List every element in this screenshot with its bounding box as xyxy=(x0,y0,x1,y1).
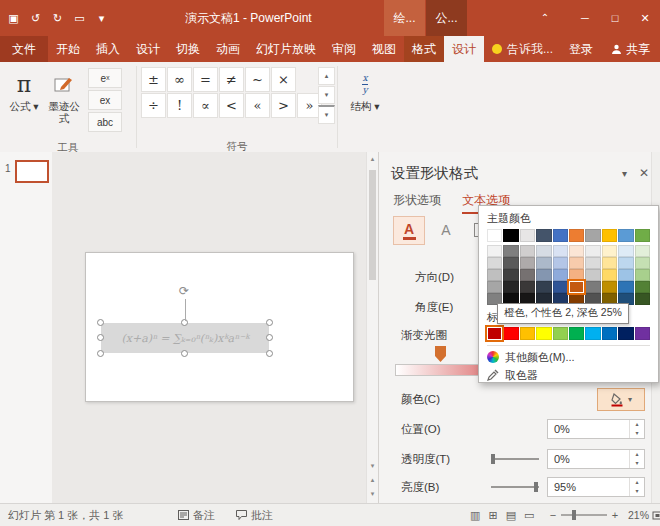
scroll-down-icon[interactable]: ▾ xyxy=(367,459,378,473)
ribbon-display-options-icon[interactable]: ⌃ xyxy=(530,0,560,36)
color-swatch[interactable] xyxy=(635,327,650,340)
equation-format-button[interactable]: eˣ xyxy=(88,68,122,88)
ribbon-tab[interactable]: 动画 xyxy=(208,36,248,62)
comments-button[interactable]: 批注 xyxy=(236,504,273,526)
theme-color-swatch[interactable] xyxy=(536,269,551,281)
slideshow-view-button[interactable]: ▭ xyxy=(524,509,534,522)
symbol-button[interactable]: > xyxy=(271,93,296,118)
symbol-button[interactable]: « xyxy=(245,93,270,118)
ribbon-tab[interactable]: 审阅 xyxy=(324,36,364,62)
tab-file[interactable]: 文件 xyxy=(0,36,48,62)
symbols-scroll-up-icon[interactable]: ▴ xyxy=(318,67,335,85)
color-swatch[interactable] xyxy=(553,327,568,340)
normal-view-button[interactable]: ▥ xyxy=(470,509,480,522)
ribbon-tab[interactable]: 设计 xyxy=(128,36,168,62)
equation-object[interactable]: (x+a)ⁿ = ∑ₖ₌₀ⁿ(ⁿₖ)xᵏaⁿ⁻ᵏ ⟳ xyxy=(101,323,269,353)
theme-color-swatch[interactable] xyxy=(487,281,502,293)
theme-color-swatch[interactable] xyxy=(602,245,617,257)
pane-close-icon[interactable]: ✕ xyxy=(639,166,649,180)
selection-handle[interactable] xyxy=(266,334,273,341)
theme-color-swatch[interactable] xyxy=(635,229,650,242)
equation-format-button[interactable]: ex xyxy=(88,90,122,110)
theme-color-swatch[interactable] xyxy=(520,281,535,293)
zoom-slider[interactable] xyxy=(561,514,607,516)
slide[interactable]: (x+a)ⁿ = ∑ₖ₌₀ⁿ(ⁿₖ)xᵏaⁿ⁻ᵏ ⟳ xyxy=(85,252,354,402)
selection-handle[interactable] xyxy=(97,334,104,341)
slider-thumb[interactable] xyxy=(534,482,538,492)
theme-color-swatch[interactable] xyxy=(585,269,600,281)
notes-button[interactable]: 备注 xyxy=(178,504,215,526)
text-fill-outline-icon[interactable]: A xyxy=(393,216,425,245)
ribbon-tab[interactable]: 开始 xyxy=(48,36,88,62)
previous-slide-icon[interactable]: ▴ xyxy=(367,473,378,487)
structures-button[interactable]: x y 结构 ▾ xyxy=(345,68,385,112)
tab-equation-design[interactable]: 设计 xyxy=(444,36,484,62)
theme-color-swatch[interactable] xyxy=(487,229,502,242)
theme-color-swatch[interactable] xyxy=(569,281,584,293)
theme-color-swatch[interactable] xyxy=(569,245,584,257)
slider-thumb[interactable] xyxy=(491,454,495,464)
close-button[interactable]: ✕ xyxy=(630,0,660,36)
theme-color-swatch[interactable] xyxy=(520,229,535,242)
theme-color-swatch[interactable] xyxy=(520,257,535,269)
eyedropper-item[interactable]: 取色器 xyxy=(487,366,650,384)
theme-color-swatch[interactable] xyxy=(602,229,617,242)
theme-color-swatch[interactable] xyxy=(503,281,518,293)
gradient-color-button[interactable]: ▾ xyxy=(597,388,645,411)
next-slide-icon[interactable]: ▾ xyxy=(367,487,378,501)
symbol-button[interactable]: ± xyxy=(141,67,166,92)
scrollbar-thumb[interactable] xyxy=(369,170,376,280)
equation-format-button[interactable]: abc xyxy=(88,112,122,132)
theme-color-swatch[interactable] xyxy=(618,245,633,257)
symbol-button[interactable]: ! xyxy=(167,93,192,118)
symbols-scroll-down-icon[interactable]: ▾ xyxy=(318,86,335,104)
save-icon[interactable]: ▣ xyxy=(6,12,21,25)
scroll-up-icon[interactable]: ▴ xyxy=(367,152,378,166)
gradient-stop[interactable] xyxy=(435,346,446,362)
theme-color-swatch[interactable] xyxy=(569,257,584,269)
symbol-button[interactable]: × xyxy=(271,67,296,92)
brightness-slider[interactable] xyxy=(491,486,539,488)
slide-thumbnail[interactable] xyxy=(15,160,49,183)
theme-color-swatch[interactable] xyxy=(618,229,633,242)
color-swatch[interactable] xyxy=(602,327,617,340)
share-button[interactable]: 共享 xyxy=(601,36,660,62)
theme-color-swatch[interactable] xyxy=(635,269,650,281)
theme-color-swatch[interactable] xyxy=(585,229,600,242)
theme-color-swatch[interactable] xyxy=(618,257,633,269)
theme-color-swatch[interactable] xyxy=(602,269,617,281)
theme-color-swatch[interactable] xyxy=(536,257,551,269)
transparency-spinner[interactable]: 0% ▴▾ xyxy=(547,449,645,469)
selection-handle[interactable] xyxy=(97,319,104,326)
theme-color-swatch[interactable] xyxy=(585,257,600,269)
theme-color-swatch[interactable] xyxy=(602,257,617,269)
maximize-button[interactable]: □ xyxy=(600,0,630,36)
rotation-handle[interactable]: ⟳ xyxy=(179,285,189,297)
theme-color-swatch[interactable] xyxy=(635,281,650,293)
theme-color-swatch[interactable] xyxy=(553,257,568,269)
canvas-scrollbar[interactable]: ▴ ▾ ▴ ▾ xyxy=(366,152,378,503)
theme-color-swatch[interactable] xyxy=(618,269,633,281)
minimize-button[interactable]: ─ xyxy=(570,0,600,36)
zoom-percentage[interactable]: 21% xyxy=(623,509,649,521)
sign-in-button[interactable]: 登录 xyxy=(561,36,601,62)
zoom-in-button[interactable]: + xyxy=(610,509,620,521)
zoom-slider-thumb[interactable] xyxy=(572,510,576,520)
selection-handle[interactable] xyxy=(266,350,273,357)
theme-color-swatch[interactable] xyxy=(536,229,551,242)
selection-handle[interactable] xyxy=(181,350,188,357)
theme-color-swatch[interactable] xyxy=(503,257,518,269)
color-swatch[interactable] xyxy=(520,327,535,340)
theme-color-swatch[interactable] xyxy=(602,281,617,293)
theme-color-swatch[interactable] xyxy=(635,293,650,305)
color-swatch[interactable] xyxy=(585,327,600,340)
customize-qat-icon[interactable]: ▾ xyxy=(94,12,109,25)
color-swatch[interactable] xyxy=(487,327,502,340)
theme-color-swatch[interactable] xyxy=(503,229,518,242)
ribbon-tab[interactable]: 插入 xyxy=(88,36,128,62)
transparency-slider[interactable] xyxy=(491,458,539,460)
theme-color-swatch[interactable] xyxy=(553,281,568,293)
theme-color-swatch[interactable] xyxy=(520,245,535,257)
symbol-button[interactable]: < xyxy=(219,93,244,118)
color-swatch[interactable] xyxy=(503,327,518,340)
